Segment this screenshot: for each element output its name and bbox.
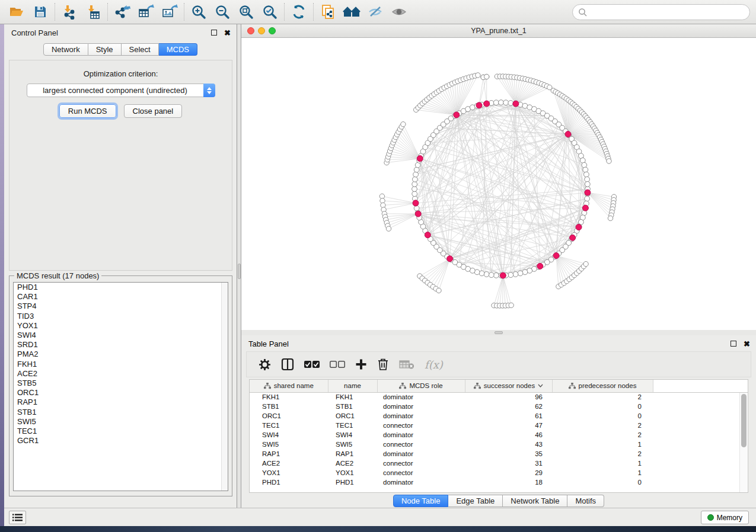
open-file-icon[interactable] (5, 2, 28, 22)
splitter-handle[interactable] (495, 331, 503, 334)
hide-selected-icon[interactable] (363, 2, 387, 22)
export-table-icon[interactable] (134, 2, 158, 22)
table-tabs: Node Table Edge Table Network Table Moti… (241, 495, 756, 507)
float-panel-icon[interactable] (731, 341, 736, 347)
table-header-row: shared name name MCDS role successor nod… (250, 380, 748, 392)
mcds-result-item[interactable]: PHD1 (14, 283, 228, 292)
table-panel-title: Table Panel (248, 339, 731, 348)
table-row[interactable]: SWI5SWI5connector431 (250, 440, 748, 449)
zoom-selected-icon[interactable] (258, 2, 282, 22)
save-session-icon[interactable] (28, 2, 52, 22)
toolbar-separator (313, 3, 314, 21)
first-neighbors-icon[interactable] (340, 2, 363, 22)
tab-select[interactable]: Select (122, 43, 159, 56)
table-scrollbar[interactable] (739, 393, 747, 493)
col-name[interactable]: name (328, 380, 377, 392)
zoom-out-icon[interactable] (210, 2, 234, 22)
delete-column-icon[interactable] (377, 358, 389, 371)
show-columns-icon[interactable] (281, 358, 294, 371)
table-settings-icon[interactable] (259, 358, 271, 371)
optimization-criterion-label: Optimization criterion: (9, 69, 232, 78)
mcds-result-item[interactable]: GCR1 (14, 436, 228, 446)
table-row[interactable]: PHD1PHD1dominator180 (250, 477, 748, 487)
mcds-result-item[interactable]: PMA2 (14, 350, 228, 359)
shared-column-icon (264, 383, 271, 389)
mcds-result-item[interactable]: CAR1 (14, 292, 228, 302)
close-panel-icon[interactable]: ✖ (224, 28, 231, 37)
table-panel: Table Panel ✖ (241, 335, 756, 508)
tab-mcds[interactable]: MCDS (159, 43, 197, 56)
criterion-select[interactable]: largest connected component (undirected) (27, 84, 215, 97)
mcds-result-item[interactable]: RAP1 (14, 398, 228, 407)
horizontal-splitter[interactable] (241, 330, 756, 335)
scrollbar-thumb[interactable] (741, 394, 747, 447)
mcds-result-item[interactable]: TEC1 (14, 427, 228, 436)
select-all-icon[interactable] (304, 361, 320, 368)
list-scrollbar[interactable] (221, 283, 228, 491)
tab-network[interactable]: Network (43, 43, 88, 56)
control-panel-title: Control Panel (11, 28, 211, 37)
table-row[interactable]: SWI4SWI4dominator462 (250, 430, 748, 440)
tab-node-table[interactable]: Node Table (393, 495, 449, 507)
mcds-result-item[interactable]: STB5 (14, 379, 228, 388)
shared-column-icon (399, 383, 406, 389)
col-mcds-role[interactable]: MCDS role (377, 380, 465, 392)
mcds-result-list[interactable]: PHD1CAR1STP4TID3YOX1SWI4SRD1PMA2FKH1ACE2… (13, 282, 228, 491)
tab-edge-table[interactable]: Edge Table (448, 495, 503, 507)
control-panel-tabs: Network Style Select MCDS (4, 43, 237, 56)
mcds-result-item[interactable]: STP4 (14, 302, 228, 311)
tab-style[interactable]: Style (88, 43, 122, 56)
float-panel-icon[interactable] (211, 30, 217, 36)
vertical-splitter[interactable] (237, 24, 241, 508)
deselect-all-icon[interactable] (330, 361, 345, 368)
mcds-result-item[interactable]: YOX1 (14, 321, 228, 331)
mcds-result-item[interactable]: FKH1 (14, 360, 228, 369)
memory-label: Memory (717, 514, 742, 522)
status-menu-button[interactable] (9, 511, 26, 524)
close-panel-button[interactable]: Close panel (124, 104, 183, 118)
tab-motifs[interactable]: Motifs (567, 495, 604, 507)
run-mcds-button[interactable]: Run MCDS (59, 104, 116, 118)
col-shared-name[interactable]: shared name (250, 380, 328, 392)
table-row[interactable]: TEC1TEC1connector472 (250, 421, 748, 430)
memory-button[interactable]: Memory (701, 511, 749, 524)
table-row[interactable]: YOX1YOX1connector291 (250, 468, 748, 477)
mcds-result-group: MCDS result (17 nodes) PHD1CAR1STP4TID3Y… (9, 275, 232, 496)
col-predecessor-nodes[interactable]: predecessor nodes (552, 380, 653, 392)
mcds-result-item[interactable]: STB1 (14, 408, 228, 417)
table-row[interactable]: STB1STB1dominator620 (250, 402, 748, 411)
table-row[interactable]: ACE2ACE2connector311 (250, 459, 748, 468)
mcds-result-item[interactable]: SWI4 (14, 331, 228, 340)
network-window-titlebar[interactable]: YPA_prune.txt_1 (241, 24, 756, 38)
network-canvas[interactable] (241, 38, 755, 330)
mcds-result-item[interactable]: TID3 (14, 312, 228, 321)
zoom-fit-icon[interactable] (234, 2, 258, 22)
export-image-icon[interactable] (158, 2, 181, 22)
search-input[interactable] (588, 7, 749, 18)
tab-network-table[interactable]: Network Table (503, 495, 567, 507)
import-network-icon[interactable] (58, 2, 81, 22)
mcds-result-item[interactable]: ORC1 (14, 388, 228, 398)
list-menu-icon (12, 514, 23, 521)
table-row[interactable]: FKH1FKH1dominator962 (250, 392, 748, 402)
table-row[interactable]: RAP1RAP1dominator352 (250, 449, 748, 459)
main-toolbar (0, 0, 756, 24)
splitter-handle[interactable] (238, 264, 241, 279)
col-successor-nodes[interactable]: successor nodes (465, 380, 552, 392)
export-network-icon[interactable] (110, 2, 134, 22)
show-all-icon[interactable] (387, 2, 411, 22)
close-panel-icon[interactable]: ✖ (744, 339, 750, 348)
refresh-icon[interactable] (287, 2, 311, 22)
search-box[interactable] (572, 4, 750, 20)
import-table-icon[interactable] (81, 2, 105, 22)
network-snapshot-icon[interactable] (316, 2, 340, 22)
zoom-in-icon[interactable] (187, 2, 210, 22)
network-graph[interactable] (241, 38, 755, 330)
table-row[interactable]: ORC1ORC1dominator610 (250, 411, 748, 421)
function-builder-icon: f(x) (425, 358, 443, 371)
mcds-result-item[interactable]: SRD1 (14, 340, 228, 350)
mcds-result-item[interactable]: ACE2 (14, 369, 228, 379)
sort-desc-icon (538, 384, 543, 387)
add-column-icon[interactable] (355, 358, 367, 370)
mcds-result-item[interactable]: SWI5 (14, 417, 228, 427)
